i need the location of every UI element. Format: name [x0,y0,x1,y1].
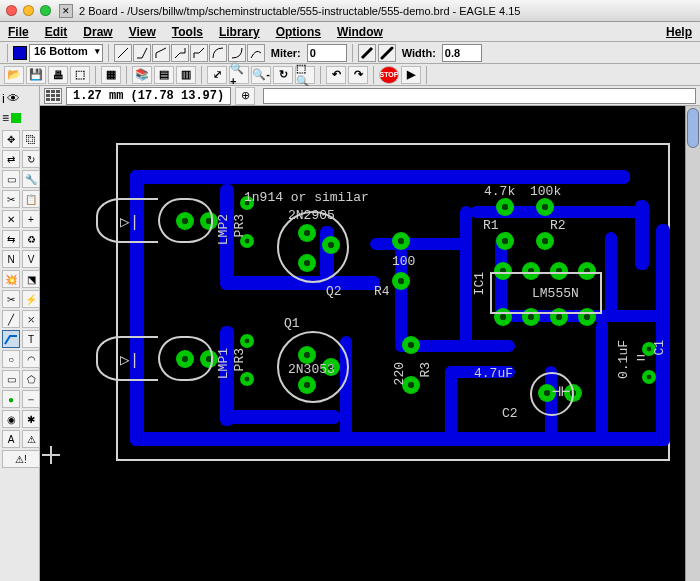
layer-select[interactable]: 16 Bottom [29,44,103,62]
minimize-window[interactable] [23,5,34,16]
move-tool[interactable]: ✥ [2,130,20,148]
open-icon[interactable]: 📂 [4,66,24,84]
redo-icon[interactable]: ↷ [348,66,368,84]
erc-tool[interactable]: ⚠ [22,430,40,448]
miter-input[interactable] [307,44,347,62]
zoom-redraw-icon[interactable]: ↻ [273,66,293,84]
width-label: Width: [398,47,440,59]
ratsnest-tool[interactable]: ✱ [22,410,40,428]
drc-tool[interactable]: ⚠! [2,450,40,468]
origin-marker [42,446,60,464]
silk-q1name: 2N3053 [288,362,335,377]
rect-tool[interactable]: ▭ [2,370,20,388]
ripup-tool[interactable]: ⤫ [22,310,40,328]
text-tool[interactable]: T [22,330,40,348]
silk-ic1: IC1 [472,272,487,295]
script-icon[interactable]: ▤ [154,66,174,84]
via-tool[interactable]: ● [2,390,20,408]
menu-options[interactable]: Options [276,25,321,39]
bend-style-1[interactable] [114,44,132,62]
zoom-select-icon[interactable]: ⬚🔍 [295,66,315,84]
layer-color-swatch[interactable] [13,46,27,60]
silk-100: 100 [392,254,415,269]
name-tool[interactable]: N [2,250,20,268]
stop-icon[interactable]: STOP [379,66,399,84]
silk-pr3-bot: PR3 [232,348,247,371]
zoom-window[interactable] [40,5,51,16]
display-icon[interactable] [11,113,21,123]
group-tool[interactable]: ▭ [2,170,20,188]
bend-style-4[interactable] [171,44,189,62]
vertical-scrollbar[interactable] [685,106,700,581]
grid-button[interactable] [44,88,62,104]
library-use-icon[interactable]: 📚 [132,66,152,84]
save-icon[interactable]: 💾 [26,66,46,84]
zoom-fit-icon[interactable]: ⤢ [207,66,227,84]
go-icon[interactable]: ▶ [401,66,421,84]
pinswap-tool[interactable]: ⇆ [2,230,20,248]
add-tool[interactable]: + [22,210,40,228]
wire-cap-2[interactable] [378,44,396,62]
miter-tool[interactable]: ⬔ [22,270,40,288]
zoom-in-icon[interactable]: 🔍+ [229,66,249,84]
board-editor-canvas[interactable]: ▷| ▷| = ⊣⊢ 1n914 or similar 4.7k 100k R1… [40,106,700,581]
menu-library[interactable]: Library [219,25,260,39]
bend-style-5[interactable] [190,44,208,62]
circle-tool[interactable]: ○ [2,350,20,368]
wire-tool[interactable] [2,330,20,348]
undo-icon[interactable]: ↶ [326,66,346,84]
close-window[interactable] [6,5,17,16]
window-title: 2 Board - /Users/billw/tmp/scheminstruct… [79,5,694,17]
cut-tool[interactable]: ✂ [2,190,20,208]
silk-q2: Q2 [326,284,342,299]
command-input[interactable] [263,88,696,104]
width-input[interactable] [442,44,482,62]
menu-edit[interactable]: Edit [45,25,68,39]
hole-tool[interactable]: ◉ [2,410,20,428]
coord-toggle-icon[interactable]: ⊕ [235,87,255,105]
menu-draw[interactable]: Draw [83,25,112,39]
route-tool[interactable]: ╱ [2,310,20,328]
bend-style-8[interactable] [247,44,265,62]
menu-window[interactable]: Window [337,25,383,39]
cam-icon[interactable]: ⬚ [70,66,90,84]
replace-tool[interactable]: ♻ [22,230,40,248]
delete-tool[interactable]: ✕ [2,210,20,228]
silk-lmp2: LMP2 [216,214,231,245]
bend-style-7[interactable] [228,44,246,62]
silk-pr3-top: PR3 [232,214,247,237]
info-icon[interactable]: i [2,91,5,106]
split-tool[interactable]: ✂ [2,290,20,308]
menu-tools[interactable]: Tools [172,25,203,39]
signal-tool[interactable]: ⎓ [22,390,40,408]
mirror-tool[interactable]: ⇄ [2,150,20,168]
menu-file[interactable]: File [8,25,29,39]
layers-icon[interactable]: ≡ [2,111,9,125]
ulp-icon[interactable]: ▥ [176,66,196,84]
silk-100k: 100k [530,184,561,199]
wire-cap-1[interactable] [358,44,376,62]
bend-style-6[interactable] [209,44,227,62]
miter-label: Miter: [267,47,305,59]
scrollbar-thumb[interactable] [687,108,699,148]
zoom-out-icon[interactable]: 🔍- [251,66,271,84]
rotate-tool[interactable]: ↻ [22,150,40,168]
optimize-tool[interactable]: ⚡ [22,290,40,308]
silk-q1: Q1 [284,316,300,331]
board-schematic-icon[interactable]: ▦ [101,66,121,84]
bend-style-2[interactable] [133,44,151,62]
arc-tool[interactable]: ◠ [22,350,40,368]
paste-tool[interactable]: 📋 [22,190,40,208]
copy-tool[interactable]: ⿻ [22,130,40,148]
eye-icon[interactable]: 👁 [7,91,20,106]
bend-style-3[interactable] [152,44,170,62]
menu-help[interactable]: Help [666,25,692,39]
smash-tool[interactable]: 💥 [2,270,20,288]
change-tool[interactable]: 🔧 [22,170,40,188]
auto-tool[interactable]: A [2,430,20,448]
app-icon: ✕ [59,4,73,18]
menu-view[interactable]: View [129,25,156,39]
value-tool[interactable]: V [22,250,40,268]
polygon-tool[interactable]: ⬠ [22,370,40,388]
print-icon[interactable]: 🖶 [48,66,68,84]
